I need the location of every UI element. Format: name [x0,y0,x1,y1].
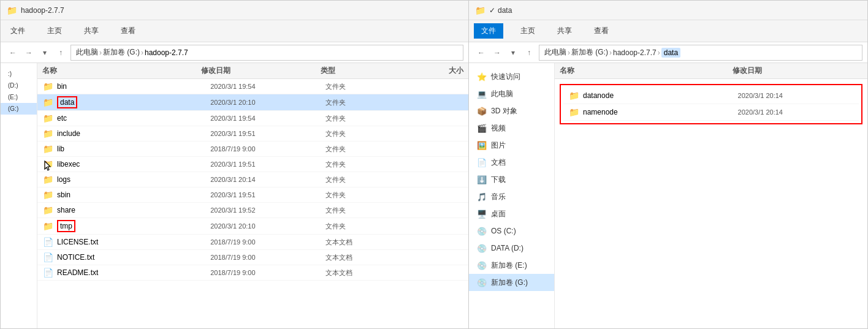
left-header-name: 名称 [42,66,201,76]
left-file-row[interactable]: 📄README.txt2018/7/19 9:00文本文档 [37,265,468,281]
left-menu-file[interactable]: 文件 [6,23,30,39]
file-date: 2020/3/1 20:14 [738,92,854,99]
file-type: 文件夹 [326,114,402,123]
right-file-row[interactable]: 📁namenode2020/3/1 20:14 [563,104,859,121]
right-toolbar: 文件 主页 共享 查看 [469,20,867,42]
file-type: 文件夹 [326,222,402,231]
right-sidebar-item[interactable]: 💿OS (C:) [469,222,554,240]
right-sidebar-item[interactable]: ⬇️下载 [469,171,554,188]
folder-icon: 📁 [568,107,579,118]
sidebar-item-label: 图片 [491,140,506,151]
sidebar-item-label: 视频 [491,123,506,134]
left-file-row[interactable]: 📁tmp2020/3/1 20:10文件夹 [37,218,468,235]
file-name: tmp [57,220,210,232]
right-header-date: 修改日期 [733,66,862,76]
left-content-area: :) (D:) (E:) (G:) 名称 修改日期 类型 大小 📁bin2020… [1,63,468,328]
file-name: datanode [583,91,738,100]
left-file-row[interactable]: 📁bin2020/3/1 19:54文件夹 [37,79,468,94]
right-path-seg3: hadoop-2.7.7 [613,48,657,57]
left-sidebar-d[interactable]: (D:) [1,80,37,91]
left-menu-share[interactable]: 共享 [79,23,104,39]
right-menu-home[interactable]: 主页 [516,23,540,39]
left-file-row[interactable]: 📁data2020/3/1 20:10文件夹 [37,94,468,111]
folder-icon: 📁 [42,97,53,108]
file-date: 2020/3/1 19:51 [210,130,326,137]
file-date: 2020/3/1 20:14 [210,176,326,183]
right-menu-view[interactable]: 查看 [589,23,614,39]
left-file-row[interactable]: 📄NOTICE.txt2018/7/19 9:00文本文档 [37,250,468,265]
sidebar-item-label: 文档 [491,157,506,168]
folder-icon: 📁 [42,159,53,170]
left-up-btn[interactable]: ↑ [53,45,68,60]
file-type: 文件夹 [326,206,402,215]
file-date: 2020/3/1 19:51 [210,161,326,168]
right-file-list: 名称 修改日期 📁datanode2020/3/1 20:14📁namenode… [555,63,867,328]
right-title-bar: 📁 ✓ data [469,1,867,20]
left-toolbar: 文件 主页 共享 查看 [1,20,468,42]
sidebar-item-label: OS (C:) [491,227,516,235]
left-sidebar-e[interactable]: (E:) [1,91,37,103]
left-title-bar: 📁 hadoop-2.7.7 [1,1,468,20]
sidebar-item-label: 此电脑 [491,89,513,99]
right-sidebar-item[interactable]: ⭐快速访问 [469,68,554,85]
right-sidebar-item[interactable]: 📄文档 [469,154,554,171]
left-file-row[interactable]: 📁include2020/3/1 19:51文件夹 [37,126,468,142]
right-sidebar-item[interactable]: 💿新加卷 (E:) [469,257,554,274]
left-menu-view[interactable]: 查看 [116,23,140,39]
right-title-folder-icon: 📁 [475,6,485,15]
left-forward-btn[interactable]: → [21,45,36,60]
right-sidebar-item[interactable]: 🎬视频 [469,119,554,137]
right-window: 📁 ✓ data 文件 主页 共享 查看 ← → ▾ ↑ 此电脑 › 新加卷 (… [469,0,868,329]
right-sidebar-item[interactable]: 💿新加卷 (G:) [469,274,554,291]
right-title-text: data [498,6,512,15]
left-sidebar-g[interactable]: (G:) [1,103,37,115]
right-sidebar-item[interactable]: 💻此电脑 [469,85,554,102]
left-header-date: 修改日期 [201,66,320,76]
right-sidebar-item[interactable]: 🖼️图片 [469,137,554,154]
sidebar-item-label: DATA (D:) [491,244,523,252]
left-title-folder-icon: 📁 [7,6,17,15]
file-name: share [57,206,210,214]
left-file-list: 名称 修改日期 类型 大小 📁bin2020/3/1 19:54文件夹📁data… [37,63,468,328]
right-back-btn[interactable]: ← [474,45,489,60]
right-dropdown-btn[interactable]: ▾ [506,45,520,60]
right-forward-btn[interactable]: → [490,45,504,60]
right-menu-share[interactable]: 共享 [552,23,577,39]
right-up-btn[interactable]: ↑ [522,45,536,60]
windows-container: 📁 hadoop-2.7.7 文件 主页 共享 查看 ← → ▾ ↑ 此电脑 ›… [0,0,868,329]
file-name: README.txt [57,268,210,277]
left-title-text: hadoop-2.7.7 [21,6,64,15]
right-sidebar-item[interactable]: 📦3D 对象 [469,102,554,119]
file-icon: 📄 [42,236,53,248]
left-file-row[interactable]: 📄LICENSE.txt2018/7/19 9:00文本文档 [37,235,468,250]
folder-icon: 📁 [568,90,579,101]
left-file-row[interactable]: 📁share2020/3/1 19:52文件夹 [37,203,468,218]
sidebar-item-label: 新加卷 (E:) [491,260,527,271]
left-file-row[interactable]: 📁lib2018/7/19 9:00文件夹 [37,142,468,157]
left-sidebar: :) (D:) (E:) (G:) [1,63,37,328]
left-dropdown-btn[interactable]: ▾ [37,45,52,60]
left-file-row[interactable]: 📁libexec2020/3/1 19:51文件夹 [37,157,468,172]
file-type: 文本文档 [326,253,402,262]
left-path-display[interactable]: 此电脑 › 新加卷 (G:) › hadoop-2.7.7 [70,45,463,61]
left-file-row[interactable]: 📁sbin2020/3/1 19:51文件夹 [37,187,468,203]
right-menu-file[interactable]: 文件 [474,23,503,39]
file-name: data [57,96,210,108]
left-file-row[interactable]: 📁etc2020/3/1 19:54文件夹 [37,111,468,126]
file-date: 2020/3/1 19:52 [210,206,326,214]
left-file-row[interactable]: 📁logs2020/3/1 20:14文件夹 [37,172,468,187]
right-file-row[interactable]: 📁datanode2020/3/1 20:14 [563,88,859,104]
right-path-seg2: 新加卷 (G:) [571,47,608,58]
left-back-btn[interactable]: ← [6,45,20,60]
left-menu-home[interactable]: 主页 [42,23,67,39]
right-sidebar-item[interactable]: 🖥️桌面 [469,205,554,222]
left-window: 📁 hadoop-2.7.7 文件 主页 共享 查看 ← → ▾ ↑ 此电脑 ›… [0,0,469,329]
right-path-display[interactable]: 此电脑 › 新加卷 (G:) › hadoop-2.7.7 › data [539,45,862,61]
right-sidebar-item[interactable]: 🎵音乐 [469,188,554,205]
left-header-type: 类型 [321,66,400,76]
file-date: 2020/3/1 20:10 [210,222,326,230]
left-path-seg1: 此电脑 [76,47,98,58]
desktop-icon: 🖥️ [476,208,487,219]
left-sidebar-c[interactable]: :) [1,68,37,80]
right-sidebar-item[interactable]: 💿DATA (D:) [469,240,554,257]
